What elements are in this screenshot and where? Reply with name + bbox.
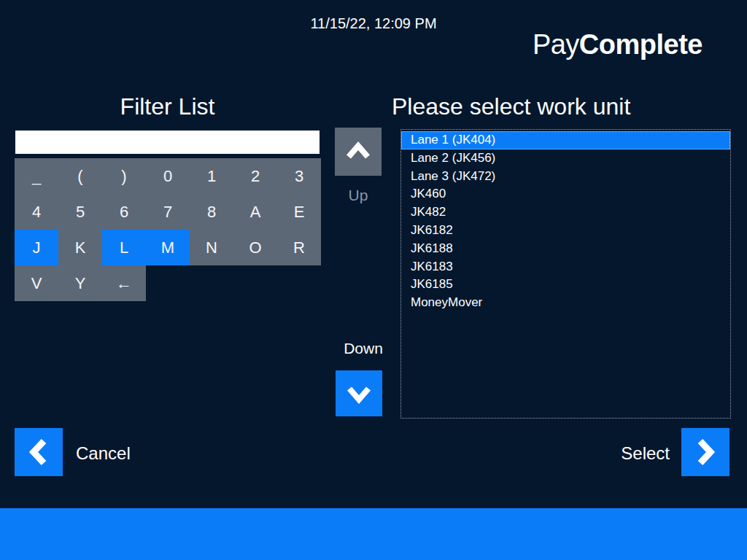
work-unit-item[interactable]: MoneyMover (401, 294, 730, 312)
scroll-up-label: Up (335, 187, 382, 204)
filter-input[interactable] (15, 131, 320, 154)
work-unit-item[interactable]: JK6188 (401, 240, 730, 258)
work-unit-item[interactable]: JK6182 (401, 222, 730, 240)
key-N[interactable]: N (190, 230, 233, 265)
key-([interactable]: ( (58, 158, 102, 194)
work-unit-title: Please select work unit (392, 93, 630, 120)
keyboard: _()012345678AEJKLMNORVY← (15, 158, 321, 301)
key-K[interactable]: K (58, 230, 102, 265)
key-1[interactable]: 1 (190, 158, 233, 194)
key-2[interactable]: 2 (233, 158, 277, 194)
key-M[interactable]: M (146, 230, 190, 265)
work-unit-item[interactable]: Lane 1 (JK404) (401, 131, 730, 149)
select-button[interactable] (681, 428, 729, 476)
chevron-up-icon (343, 137, 374, 166)
filter-list-title: Filter List (15, 93, 320, 120)
scroll-down-button[interactable] (336, 370, 382, 416)
key-V[interactable]: V (15, 265, 58, 301)
keyboard-row: JKLMNOR (15, 230, 321, 265)
key-)[interactable]: ) (102, 158, 146, 194)
key-_[interactable]: _ (15, 158, 58, 194)
select-label: Select (621, 443, 670, 464)
work-unit-item[interactable]: JK6183 (401, 258, 730, 276)
keyboard-row: 45678AE (15, 194, 321, 230)
keyboard-row: VY← (15, 265, 321, 301)
chevron-down-icon (344, 379, 374, 408)
key-A[interactable]: A (233, 194, 277, 230)
bottom-bar (0, 508, 747, 560)
keyboard-row: _()0123 (15, 158, 321, 194)
chevron-right-icon (691, 436, 720, 468)
work-unit-item[interactable]: Lane 3 (JK472) (401, 168, 730, 186)
key-3[interactable]: 3 (277, 158, 321, 194)
key-L[interactable]: L (102, 230, 146, 265)
key-E[interactable]: E (277, 194, 321, 230)
key-4[interactable]: 4 (15, 194, 58, 230)
cancel-button[interactable] (15, 428, 63, 476)
cancel-label: Cancel (76, 443, 131, 464)
key-backspace[interactable]: ← (102, 265, 146, 301)
key-O[interactable]: O (233, 230, 277, 265)
key-6[interactable]: 6 (102, 194, 146, 230)
key-5[interactable]: 5 (58, 194, 102, 230)
key-Y[interactable]: Y (58, 265, 102, 301)
scroll-down-label: Down (334, 340, 392, 357)
paycomplete-logo: PayComplete (533, 29, 703, 61)
scroll-up-button[interactable] (335, 128, 382, 176)
chevron-left-icon (24, 436, 53, 468)
key-8[interactable]: 8 (190, 194, 233, 230)
key-J[interactable]: J (15, 230, 58, 265)
key-0[interactable]: 0 (146, 158, 190, 194)
logo-text-pay: Pay (533, 29, 579, 60)
work-unit-item[interactable]: JK460 (401, 185, 730, 203)
work-unit-item[interactable]: JK6185 (401, 276, 730, 294)
logo-text-complete: Complete (579, 29, 703, 60)
work-unit-item[interactable]: Lane 2 (JK456) (401, 149, 730, 168)
key-7[interactable]: 7 (146, 194, 190, 230)
key-R[interactable]: R (277, 230, 321, 265)
work-unit-item[interactable]: JK482 (401, 203, 730, 222)
work-unit-list: Lane 1 (JK404)Lane 2 (JK456)Lane 3 (JK47… (400, 129, 731, 419)
